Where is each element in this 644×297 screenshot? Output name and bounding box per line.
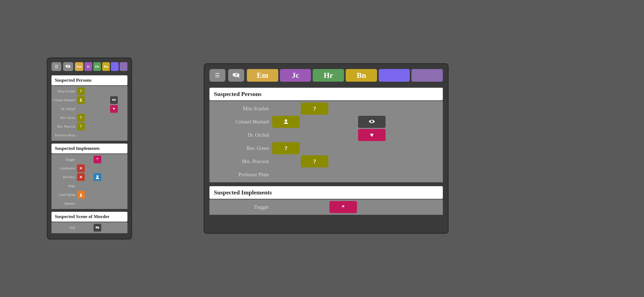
cell-rope-6	[118, 182, 126, 190]
table-row: Rope	[51, 182, 127, 190]
cell-ms-em[interactable]: ?	[77, 87, 85, 95]
right-cell-ms-hr	[329, 103, 357, 115]
cell-pp-6	[118, 131, 126, 139]
cell-cm-em[interactable]	[77, 96, 85, 104]
right-cell-rg-hr	[329, 142, 357, 154]
cell-do-bn	[102, 105, 110, 113]
cell-rev-6	[118, 173, 126, 181]
cell-mp-5	[110, 123, 118, 130]
cell-lead-jc	[85, 191, 93, 199]
cell-rg-em[interactable]: ?	[77, 114, 85, 122]
cell-candle-jc	[85, 164, 93, 172]
left-tab-jc[interactable]: Jc	[84, 62, 92, 71]
cell-pp-bn	[102, 131, 110, 139]
cell-rope-5	[110, 182, 118, 190]
left-menu-button[interactable]: ☰	[51, 62, 61, 71]
table-row: Hall	[51, 223, 127, 232]
cell-hall-hr[interactable]	[94, 224, 101, 232]
scene-grid: Hall	[51, 222, 127, 233]
table-row: Candlestick ✕	[51, 164, 127, 173]
right-cell-cm-6	[415, 116, 443, 128]
cell-pp-hr	[94, 131, 101, 139]
cell-ms-bn	[102, 87, 110, 95]
right-cell-pp-6	[415, 169, 443, 181]
right-cell-mp-bn	[358, 155, 386, 167]
right-cell-mp-jc[interactable]: ?	[301, 155, 328, 167]
right-cell-pp-bn	[358, 169, 386, 181]
cell-cm-6	[118, 96, 126, 104]
cell-rope-hr	[94, 182, 101, 190]
implements-grid: Dagger * Candlestick ✕ Revolver ✕	[51, 154, 127, 209]
row-label-miss-scarlett: Miss Scarlett	[53, 89, 77, 94]
cell-lead-em[interactable]	[77, 191, 85, 199]
left-tab-6[interactable]	[120, 62, 127, 71]
right-tab-hr[interactable]: Hr	[313, 69, 344, 82]
cell-hall-em	[77, 224, 85, 232]
cell-cm-bn	[102, 96, 110, 104]
row-label-candlestick: Candlestick	[53, 166, 77, 170]
left-tab-bn[interactable]: Bn	[102, 62, 110, 71]
right-cell-do-jc	[301, 129, 328, 141]
right-cell-rg-em[interactable]: ?	[272, 142, 300, 154]
table-row: Dr. Orchid ♥	[209, 128, 443, 142]
right-persons-grid: Miss Scarlett ? Colonel Mustard Dr. Orch…	[209, 101, 443, 182]
cell-do-jc	[85, 105, 93, 113]
cell-do-em	[77, 105, 85, 113]
right-eye-button[interactable]	[228, 69, 244, 82]
svg-rect-1	[80, 99, 82, 100]
row-label-lead-piping: Lead Piping	[53, 193, 77, 197]
right-cell-cm-jc	[301, 116, 328, 128]
left-tab-em[interactable]: Em	[75, 62, 84, 71]
right-toolbar: ☰ Em Jc Hr Bn	[209, 69, 443, 82]
table-row: Professor Plum	[209, 168, 443, 181]
right-tab-6[interactable]	[411, 69, 443, 82]
cell-dagger-hr[interactable]: *	[94, 156, 101, 163]
cell-candle-em[interactable]: ✕	[77, 164, 85, 172]
right-cell-dagger-5	[387, 201, 414, 213]
table-row: Miss Scarlett ?	[209, 102, 443, 115]
cell-rg-bn	[102, 114, 110, 122]
cell-do-5[interactable]: ♥	[110, 105, 118, 113]
cell-mp-em[interactable]: ?	[77, 123, 85, 130]
cell-dagger-em	[77, 156, 85, 163]
table-row: Colonel Mustard	[209, 115, 443, 128]
table-row: Spanner	[51, 199, 127, 208]
cell-rope-bn	[102, 182, 110, 190]
row-label-dagger: Dagger	[53, 158, 77, 162]
cell-hall-5	[110, 224, 118, 232]
cell-ms-5	[110, 87, 118, 95]
right-cell-mp-6	[415, 155, 443, 167]
cell-lead-5	[110, 191, 118, 199]
cell-hall-jc	[85, 224, 93, 232]
cell-do-hr	[94, 105, 101, 113]
right-tab-em[interactable]: Em	[247, 69, 278, 82]
right-cell-mp-5	[387, 155, 414, 167]
right-cell-cm-em[interactable]	[272, 116, 300, 128]
right-tab-jc[interactable]: Jc	[280, 69, 311, 82]
right-cell-rg-jc	[301, 142, 328, 154]
right-cell-do-bn[interactable]: ♥	[358, 129, 386, 141]
cell-rev-hr[interactable]	[94, 173, 101, 181]
cell-ms-jc	[85, 87, 93, 95]
left-eye-button[interactable]	[63, 62, 73, 71]
cell-cm-5[interactable]	[110, 96, 118, 104]
left-tab-5[interactable]	[111, 62, 119, 71]
cell-mp-bn	[102, 123, 110, 130]
right-menu-button[interactable]: ☰	[209, 69, 225, 82]
cell-mp-6	[118, 123, 126, 130]
right-tab-bn[interactable]: Bn	[346, 69, 377, 82]
right-tab-5[interactable]	[379, 69, 410, 82]
right-cell-dagger-hr[interactable]: *	[329, 201, 357, 213]
cell-rope-em	[77, 182, 85, 190]
row-label-colonel-mustard: Colonel Mustard	[53, 98, 77, 102]
cell-ms-6	[118, 87, 126, 95]
left-tab-hr[interactable]: Hr	[93, 62, 101, 71]
cell-rev-em[interactable]: ✕	[77, 173, 85, 181]
right-cell-ms-bn	[358, 103, 386, 115]
right-cell-cm-bn[interactable]	[358, 116, 386, 128]
implements-header: Suspected Implements	[51, 144, 127, 153]
right-cell-do-6	[415, 129, 443, 141]
right-cell-dagger-jc	[301, 201, 328, 213]
right-cell-ms-jc[interactable]: ?	[301, 103, 328, 115]
persons-grid: Miss Scarlett ? Colonel Mustard Dr. Orch…	[51, 86, 127, 141]
